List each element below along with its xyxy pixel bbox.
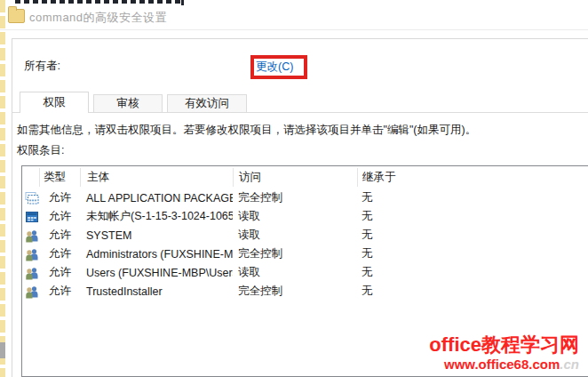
row-type: 允许 — [39, 265, 80, 280]
row-principal: SYSTEM — [80, 229, 233, 242]
row-inherited-from: 无 — [357, 265, 588, 280]
row-principal: 未知帐户(S-1-15-3-1024-1065365... — [80, 209, 233, 224]
users-icon — [25, 266, 39, 280]
app-package-icon — [25, 210, 39, 224]
table-row[interactable]: 允许 Users (FUXSHINE-MBP\Users) 读取 无 — [22, 263, 588, 282]
tab-effective-access[interactable]: 有效访问 — [167, 94, 247, 113]
users-icon — [25, 247, 39, 261]
instruction-text: 如需其他信息，请双击权限项目。若要修改权限项目，请选择该项目并单击"编辑"(如果… — [17, 123, 581, 138]
watermark-site-url: www.office68.com.cn — [429, 357, 579, 372]
row-access: 读取 — [233, 228, 357, 243]
users-icon — [25, 285, 39, 299]
permission-entries-label: 权限条目: — [17, 143, 64, 158]
row-principal: Users (FUXSHINE-MBP\Users) — [80, 267, 233, 279]
clipped-window-text-fragment — [15, 0, 180, 4]
row-type: 允许 — [39, 228, 80, 243]
row-icon-cell — [22, 229, 39, 243]
row-type: 允许 — [39, 284, 80, 299]
title-divider — [0, 29, 588, 30]
row-type: 允许 — [39, 209, 80, 224]
table-row[interactable]: 允许 TrustedInstaller 完全控制 无 — [22, 282, 588, 301]
row-principal: ALL APPLICATION PACKAGES — [80, 192, 233, 205]
row-access: 读取 — [233, 265, 357, 280]
advanced-security-settings-dialog: command的高级安全设置 所有者: 更改(C) 权限 审核 有效访问 如需其… — [0, 0, 588, 377]
row-icon-cell — [22, 247, 39, 261]
row-access: 完全控制 — [233, 190, 357, 205]
row-icon-cell — [22, 191, 39, 205]
app-package-outline-icon — [25, 191, 39, 205]
users-icon — [25, 229, 39, 243]
row-icon-cell — [22, 266, 39, 280]
row-access: 读取 — [233, 209, 357, 224]
watermark-site-name: office教程学习网 — [429, 333, 579, 356]
row-access: 完全控制 — [233, 246, 357, 261]
row-access: 完全控制 — [233, 284, 357, 299]
table-row[interactable]: 允许 SYSTEM 读取 无 — [22, 226, 588, 245]
entries-table-body: 允许 ALL APPLICATION PACKAGES 完全控制 无 — [22, 188, 588, 301]
column-header-access[interactable]: 访问 — [233, 168, 357, 187]
column-header-icon-spacer — [22, 168, 39, 187]
row-icon-cell — [22, 210, 39, 224]
owner-label: 所有者: — [24, 59, 60, 74]
annotation-red-box — [250, 55, 307, 79]
table-row[interactable]: 允许 ALL APPLICATION PACKAGES 完全控制 无 — [22, 188, 588, 207]
column-header-inherited-from[interactable]: 继承于 — [357, 168, 588, 187]
folder-icon — [8, 9, 25, 23]
row-type: 允许 — [39, 190, 80, 205]
row-principal: TrustedInstaller — [80, 285, 233, 298]
row-inherited-from: 无 — [357, 284, 588, 299]
row-inherited-from: 无 — [357, 209, 588, 224]
row-icon-cell — [22, 285, 39, 299]
row-inherited-from: 无 — [357, 190, 588, 205]
background-window-edge-gray — [0, 342, 5, 358]
column-header-type[interactable]: 类型 — [39, 168, 80, 187]
row-type: 允许 — [39, 246, 80, 261]
watermark: office教程学习网 www.office68.com.cn — [429, 333, 579, 372]
tab-permissions[interactable]: 权限 — [20, 92, 89, 113]
table-row[interactable]: 允许 Administrators (FUXSHINE-MBP\... 完全控制… — [22, 245, 588, 263]
watermark-ghost-suffix: .cn — [560, 357, 579, 372]
window-title: command的高级安全设置 — [29, 10, 167, 26]
column-header-principal[interactable]: 主体 — [80, 168, 233, 187]
row-inherited-from: 无 — [357, 228, 588, 243]
background-window-edge — [0, 0, 5, 377]
row-principal: Administrators (FUXSHINE-MBP\... — [80, 248, 233, 261]
tab-audit[interactable]: 审核 — [93, 94, 163, 113]
table-header-row: 类型 主体 访问 继承于 — [22, 166, 588, 188]
row-inherited-from: 无 — [357, 246, 588, 261]
clipped-window-text-fragment-bar — [181, 0, 184, 5]
table-row[interactable]: 允许 未知帐户(S-1-15-3-1024-1065365... 读取 无 — [22, 207, 588, 226]
